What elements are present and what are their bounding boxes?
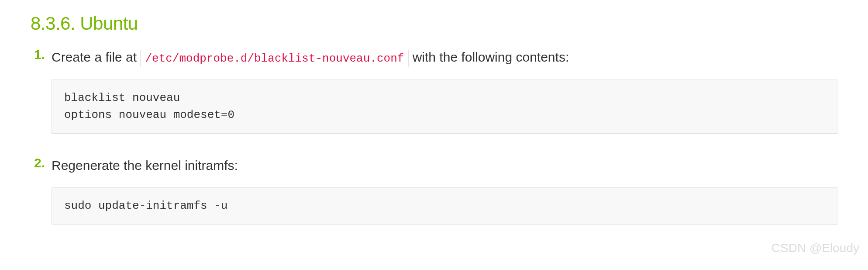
step-item: Create a file at /etc/modprobe.d/blackli… <box>31 47 837 134</box>
step-item: Regenerate the kernel initramfs: sudo up… <box>31 156 837 225</box>
section-heading: 8.3.6. Ubuntu <box>31 13 837 34</box>
code-block[interactable]: blacklist nouveau options nouveau modese… <box>52 80 837 134</box>
step-text-before: Regenerate the kernel initramfs: <box>52 158 238 173</box>
watermark: CSDN @Eloudy <box>772 241 859 255</box>
step-text: Create a file at /etc/modprobe.d/blackli… <box>52 47 837 67</box>
step-text: Regenerate the kernel initramfs: <box>52 156 837 175</box>
steps-list: Create a file at /etc/modprobe.d/blackli… <box>31 47 837 225</box>
step-text-after: with the following contents: <box>409 50 569 64</box>
inline-code-path: /etc/modprobe.d/blacklist-nouveau.conf <box>140 50 409 67</box>
code-block[interactable]: sudo update-initramfs -u <box>52 187 837 225</box>
step-text-before: Create a file at <box>52 50 140 64</box>
